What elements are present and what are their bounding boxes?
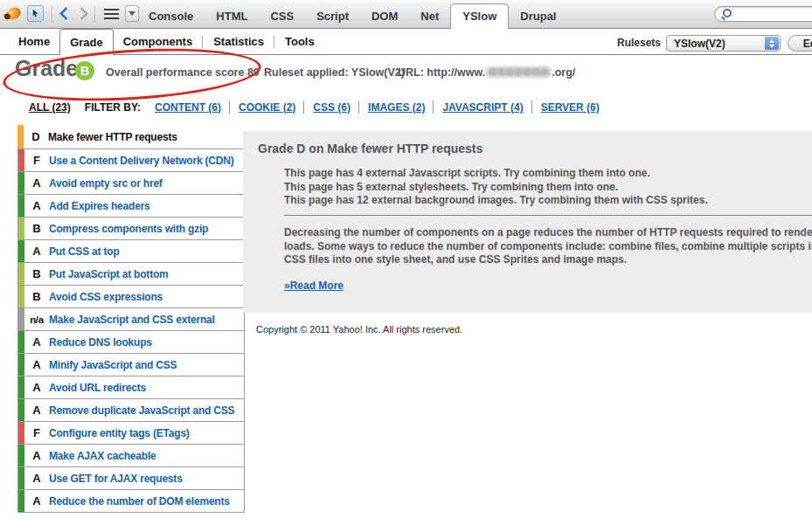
rule-label[interactable]: Reduce the number of DOM elements [49, 495, 230, 508]
read-more-link[interactable]: »Read More [284, 280, 344, 292]
rule-label[interactable]: Add Expires headers [49, 200, 150, 212]
rule-row[interactable]: APut CSS at top [17, 239, 245, 263]
grade-color-bar [18, 218, 24, 239]
forward-icon[interactable] [75, 7, 89, 21]
rule-row[interactable]: DMake fewer HTTP requests [17, 125, 245, 149]
grade-color-bar [18, 308, 24, 330]
filter-links: CONTENT (6)COOKIE (2)CSS (6)IMAGES (2)JA… [155, 100, 600, 114]
filter-separator [358, 100, 360, 114]
rule-label[interactable]: Use a Content Delivery Network (CDN) [49, 155, 234, 167]
firebug-tab-dom[interactable]: DOM [360, 5, 409, 28]
firebug-tab-net[interactable]: Net [409, 5, 450, 28]
back-icon[interactable] [59, 7, 73, 21]
rulesets-label: Rulesets [617, 37, 661, 49]
chevron-down-icon [128, 11, 135, 16]
rule-label[interactable]: Avoid CSS expressions [49, 291, 163, 303]
grade-color-bar [18, 195, 24, 217]
rule-row[interactable]: BCompress components with gzip [17, 217, 245, 240]
rule-label[interactable]: Reduce DNS lookups [49, 336, 152, 349]
rule-label[interactable]: Use GET for AJAX requests [49, 473, 183, 485]
rule-row[interactable]: n/aMake JavaScript and CSS external [17, 307, 245, 331]
rule-grade-letter: A [24, 245, 49, 258]
rule-row[interactable]: FConfigure entity tags (ETags) [17, 421, 245, 445]
rule-label[interactable]: Avoid URL redirects [49, 382, 146, 394]
rule-label[interactable]: Make fewer HTTP requests [48, 131, 177, 143]
filter-link-css[interactable]: CSS (6) [313, 101, 350, 114]
grade-color-bar [18, 149, 24, 171]
rule-detail-pane: Grade D on Make fewer HTTP requests This… [243, 131, 812, 313]
inspect-element-icon[interactable] [27, 5, 44, 22]
search-box[interactable] [714, 6, 812, 22]
rule-findings: This page has 4 external Javascript scri… [284, 167, 708, 208]
rule-row[interactable]: FUse a Content Delivery Network (CDN) [17, 149, 245, 172]
rule-row[interactable]: AMake AJAX cacheable [17, 444, 245, 467]
filter-link-images[interactable]: IMAGES (2) [368, 101, 425, 114]
grade-color-bar [18, 490, 24, 512]
grade-color-bar [18, 354, 24, 376]
firebug-tab-console[interactable]: Console [137, 5, 205, 28]
analyzed-url-text: URL: http://www..org/ [398, 66, 575, 79]
panel-dropdown-icon[interactable] [125, 5, 139, 22]
rule-label[interactable]: Put JavaScript at bottom [49, 268, 169, 280]
overall-score-text: Overall performance score 89 [106, 66, 260, 79]
chevron-down-icon [769, 45, 774, 48]
rule-grade-letter: A [24, 494, 49, 508]
search-input[interactable] [732, 7, 812, 21]
panel-list-icon[interactable] [104, 9, 119, 19]
chevron-up-icon [769, 39, 774, 43]
ruleset-dropdown-value: YSlow(V2) [674, 38, 725, 50]
rule-row[interactable]: AUse GET for AJAX requests [17, 466, 245, 490]
rule-grade-letter: A [24, 358, 49, 371]
rule-row[interactable]: AAvoid URL redirects [17, 376, 245, 399]
rule-row[interactable]: AReduce the number of DOM elements [17, 489, 245, 513]
rule-label[interactable]: Configure entity tags (ETags) [49, 427, 190, 439]
rule-row[interactable]: BPut JavaScript at bottom [17, 262, 245, 286]
rule-row[interactable]: AMinify JavaScript and CSS [17, 353, 245, 376]
firebug-tab-css[interactable]: CSS [259, 5, 305, 28]
filter-link-content[interactable]: CONTENT (6) [155, 101, 221, 114]
nav-item-home[interactable]: Home [9, 29, 59, 54]
url-redacted-blur [486, 67, 551, 77]
rule-grade-letter: B [24, 290, 49, 303]
firebug-toolbar-icons [6, 5, 139, 22]
rule-row[interactable]: ARemove duplicate JavaScript and CSS [17, 398, 245, 422]
ruleset-applied-text: Ruleset applied: YSlow(V2) [264, 66, 405, 79]
rule-row[interactable]: AAdd Expires headers [17, 194, 245, 218]
rule-label[interactable]: Minify JavaScript and CSS [49, 359, 177, 371]
rule-label[interactable]: Remove duplicate JavaScript and CSS [49, 404, 234, 417]
firebug-tab-drupal[interactable]: Drupal [509, 5, 567, 28]
finding-line: This page has 4 external Javascript scri… [284, 167, 708, 181]
nav-item-components[interactable]: Components [114, 29, 202, 54]
firebug-tab-yslow[interactable]: YSlow [450, 3, 509, 29]
edit-ruleset-button[interactable]: Edit [788, 35, 812, 52]
rule-grade-letter: D [24, 130, 48, 143]
url-suffix: .org/ [552, 66, 575, 79]
nav-item-grade[interactable]: Grade [59, 29, 114, 55]
filter-link-javascript[interactable]: JAVASCRIPT (4) [442, 101, 523, 114]
rule-label[interactable]: Put CSS at top [49, 245, 120, 258]
ruleset-dropdown[interactable]: YSlow(V2) [666, 35, 781, 52]
nav-item-tools[interactable]: Tools [275, 29, 324, 54]
rule-row[interactable]: BAvoid CSS expressions [17, 285, 245, 308]
firebug-toolbar: ConsoleHTMLCSSScriptDOMNetYSlowDrupal [0, 0, 812, 29]
grade-color-bar [18, 399, 24, 421]
filter-separator [229, 100, 231, 114]
firebug-tab-html[interactable]: HTML [205, 5, 259, 28]
filter-row: ALL (23) FILTER BY: CONTENT (6)COOKIE (2… [29, 100, 600, 114]
filter-link-server[interactable]: SERVER (6) [541, 101, 600, 114]
rule-label[interactable]: Compress components with gzip [49, 223, 208, 235]
rule-label[interactable]: Make AJAX cacheable [49, 450, 156, 462]
filter-all-link[interactable]: ALL (23) [29, 101, 71, 114]
grade-color-bar [18, 467, 24, 489]
firebug-menu-icon[interactable] [4, 5, 23, 22]
detail-title: Grade D on Make fewer HTTP requests [258, 142, 482, 155]
firebug-tab-script[interactable]: Script [305, 5, 360, 28]
filter-link-cookie[interactable]: COOKIE (2) [239, 101, 295, 114]
nav-item-statistics[interactable]: Statistics [204, 29, 274, 54]
rule-grade-letter: A [24, 335, 49, 349]
rule-grade-letter: n/a [24, 314, 49, 325]
rule-row[interactable]: AReduce DNS lookups [17, 330, 245, 354]
rule-label[interactable]: Make JavaScript and CSS external [49, 314, 215, 326]
rule-label[interactable]: Avoid empty src or href [49, 177, 163, 190]
rule-row[interactable]: AAvoid empty src or href [17, 171, 245, 195]
